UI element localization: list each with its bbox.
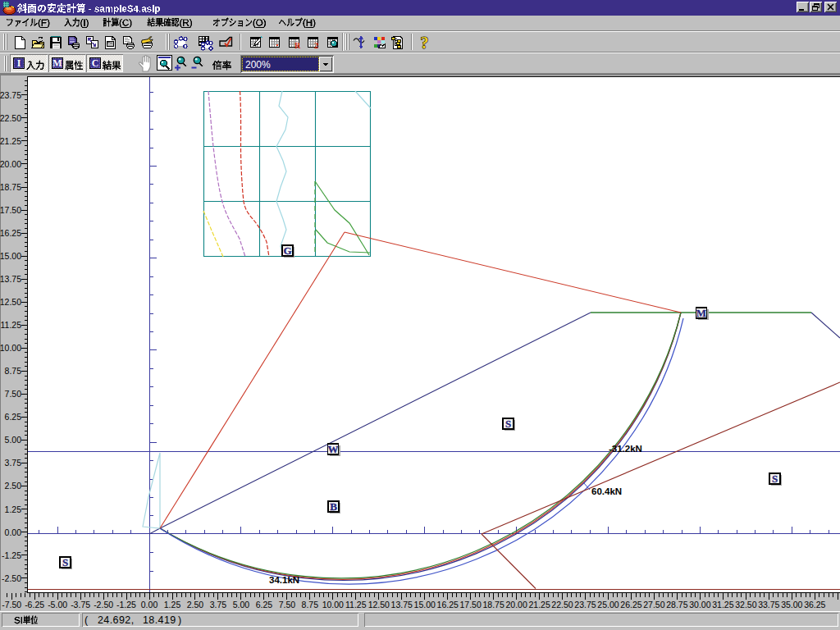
svg-text:22.50: 22.50 <box>551 600 573 609</box>
svg-text:S: S <box>505 418 511 430</box>
svg-text:20.00: 20.00 <box>505 600 527 609</box>
svg-text:35.00: 35.00 <box>781 600 802 609</box>
svg-text:34.1kN: 34.1kN <box>269 575 299 585</box>
svg-text:1.25: 1.25 <box>5 504 22 514</box>
svg-text:7.50: 7.50 <box>279 600 296 609</box>
svg-text:21.25: 21.25 <box>0 136 21 146</box>
svg-text:21.25: 21.25 <box>528 600 550 609</box>
svg-text:B: B <box>330 500 337 513</box>
svg-text:S: S <box>772 472 778 485</box>
svg-text:13.75: 13.75 <box>391 600 413 609</box>
svg-text:12.50: 12.50 <box>0 297 21 307</box>
svg-text:25.00: 25.00 <box>597 600 619 609</box>
svg-text:5.00: 5.00 <box>5 435 22 445</box>
svg-text:24.692,: 24.692, <box>98 614 135 626</box>
svg-text:32.50: 32.50 <box>735 600 756 609</box>
svg-text:12.50: 12.50 <box>368 600 390 609</box>
svg-text:1.25: 1.25 <box>164 600 181 609</box>
svg-text:W: W <box>328 443 339 455</box>
svg-text:8.75: 8.75 <box>302 600 319 609</box>
svg-text:18.75: 18.75 <box>0 182 21 192</box>
svg-text:16.25: 16.25 <box>437 600 459 609</box>
svg-text:-6.25: -6.25 <box>25 600 44 609</box>
svg-text:15.00: 15.00 <box>0 251 21 261</box>
svg-text:17.50: 17.50 <box>0 205 21 215</box>
svg-text:26.25: 26.25 <box>620 600 641 609</box>
svg-text:M: M <box>696 307 706 319</box>
svg-text:60.4kN: 60.4kN <box>591 486 622 496</box>
svg-text:5.00: 5.00 <box>233 600 250 609</box>
svg-text:?: ? <box>421 34 429 52</box>
svg-text:20.00: 20.00 <box>0 159 21 169</box>
svg-text:6.25: 6.25 <box>256 600 273 609</box>
svg-text:-1.25: -1.25 <box>116 600 136 609</box>
svg-text:-2.50: -2.50 <box>94 600 113 609</box>
svg-text:6.25: 6.25 <box>5 412 22 422</box>
svg-text:11.25: 11.25 <box>1 320 22 330</box>
svg-text:2: 2 <box>314 41 318 50</box>
svg-text:10.00: 10.00 <box>0 343 21 353</box>
svg-text:27.50: 27.50 <box>643 600 664 609</box>
svg-text:): ) <box>178 614 181 626</box>
svg-text:13.75: 13.75 <box>0 274 21 284</box>
svg-text:0.00: 0.00 <box>5 527 22 537</box>
svg-text:2.50: 2.50 <box>187 600 204 609</box>
svg-text:22.50: 22.50 <box>0 113 21 123</box>
svg-text:2.50: 2.50 <box>5 481 22 491</box>
svg-text:G: G <box>283 244 291 257</box>
svg-text:-31.2kN: -31.2kN <box>609 444 642 454</box>
svg-text:18.419: 18.419 <box>143 614 176 626</box>
svg-text:10.00: 10.00 <box>322 600 344 609</box>
svg-text:15.00: 15.00 <box>414 600 436 609</box>
svg-text:30.00: 30.00 <box>689 600 710 609</box>
svg-text:200%: 200% <box>245 59 271 71</box>
svg-text:3.75: 3.75 <box>210 600 227 609</box>
svg-text:M: M <box>52 57 62 69</box>
svg-text:7.50: 7.50 <box>5 389 22 399</box>
svg-text:8.75: 8.75 <box>5 366 22 376</box>
svg-text:23.75: 23.75 <box>0 90 21 100</box>
svg-text:28.75: 28.75 <box>666 600 687 609</box>
svg-text:17.50: 17.50 <box>459 600 481 609</box>
svg-text:23.75: 23.75 <box>574 600 596 609</box>
svg-text:0.00: 0.00 <box>141 600 158 609</box>
svg-text:R: R <box>294 41 301 50</box>
svg-text:18.75: 18.75 <box>482 600 504 609</box>
svg-text:31.25: 31.25 <box>712 600 733 609</box>
svg-text:-5.00: -5.00 <box>48 600 67 609</box>
svg-text:-3.75: -3.75 <box>71 600 90 609</box>
svg-text:36.25: 36.25 <box>804 600 825 609</box>
svg-text:I: I <box>17 57 21 69</box>
svg-text:-1.25: -1.25 <box>2 550 21 560</box>
svg-text:-2.50: -2.50 <box>2 573 21 583</box>
svg-text:-7.50: -7.50 <box>2 600 21 609</box>
svg-text:33.75: 33.75 <box>758 600 779 609</box>
svg-text:S: S <box>62 556 68 568</box>
svg-text:C: C <box>92 57 99 69</box>
svg-text:16.25: 16.25 <box>0 228 21 238</box>
svg-text:3.75: 3.75 <box>5 458 22 468</box>
svg-text:11.25: 11.25 <box>345 600 367 609</box>
